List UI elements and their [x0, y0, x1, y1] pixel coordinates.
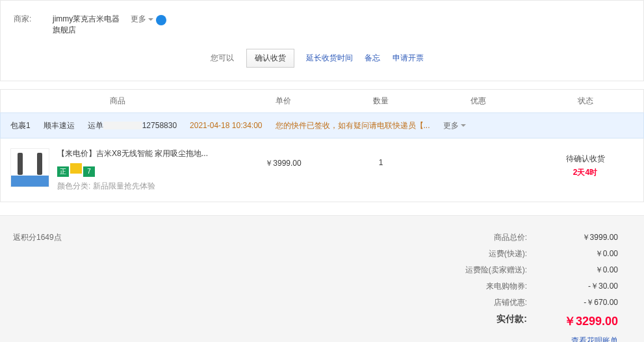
- confirm-receipt-button[interactable]: 确认收货: [246, 49, 294, 68]
- merchant-name[interactable]: jimmy莱克吉米电器旗舰店: [53, 14, 124, 36]
- item-countdown: 2天4时: [527, 167, 643, 178]
- chevron-down-icon: [148, 18, 153, 21]
- package-more-link[interactable]: 更多: [443, 120, 466, 131]
- final-label: 实付款:: [436, 313, 527, 329]
- order-summary: 返积分1649点 商品总价: ￥3999.00 运费(快递): ￥0.00 运费…: [0, 215, 644, 342]
- item-quantity: 1: [332, 148, 430, 192]
- merchant-more-link[interactable]: 更多: [131, 14, 153, 25]
- package-more-text: 更多: [443, 121, 459, 130]
- points-reward: 返积分1649点: [13, 232, 62, 243]
- summary-value: ￥0.00: [547, 248, 618, 259]
- summary-row: 来电购物券: -￥30.00: [436, 281, 618, 292]
- product-title[interactable]: 【来电价】吉米X8无线智能 家用吸尘拖地...: [57, 148, 208, 159]
- carrier-name: 顺丰速运: [44, 120, 75, 131]
- order-item-row: 【来电价】吉米X8无线智能 家用吸尘拖地... 正7 颜色分类: 新品限量抢先体…: [0, 138, 644, 202]
- col-discount: 优惠: [430, 96, 527, 107]
- item-status-text: 待确认收货: [527, 153, 643, 164]
- sku-label: 颜色分类:: [57, 181, 93, 191]
- package-label: 包裹1: [10, 120, 31, 131]
- merchant-more-text: 更多: [131, 14, 146, 23]
- tracking-redacted: [103, 122, 142, 129]
- summary-row: 运费(快递): ￥0.00: [436, 248, 618, 259]
- col-status: 状态: [527, 96, 643, 107]
- extend-time-link[interactable]: 延长收货时间: [306, 53, 353, 62]
- final-value: ￥3299.00: [547, 313, 618, 329]
- summary-row: 运费险(卖家赠送): ￥0.00: [436, 265, 618, 276]
- summary-value: -￥30.00: [547, 281, 618, 292]
- summary-value: -￥670.00: [547, 297, 618, 308]
- huabei-link[interactable]: 查看花呗账单: [571, 336, 618, 342]
- product-thumbnail[interactable]: [10, 148, 49, 187]
- sku-value: 新品限量抢先体验: [93, 181, 155, 191]
- item-discount: [430, 148, 527, 192]
- note-link[interactable]: 备忘: [365, 53, 380, 62]
- summary-row: 店铺优惠: -￥670.00: [436, 297, 618, 308]
- seven-day-badge-icon: 7: [83, 166, 95, 177]
- tracking-number: 运单12758830: [88, 120, 177, 131]
- summary-final-row: 实付款: ￥3299.00: [436, 313, 618, 329]
- summary-label: 店铺优惠:: [436, 297, 527, 308]
- summary-value: ￥3999.00: [547, 232, 618, 243]
- product-badges: 正7: [57, 163, 208, 177]
- summary-label: 来电购物券:: [436, 281, 527, 292]
- wangwang-icon[interactable]: [156, 15, 166, 25]
- authentic-badge-icon: 正: [57, 166, 69, 177]
- merchant-label: 商家:: [14, 14, 53, 25]
- summary-row: 商品总价: ￥3999.00: [436, 232, 618, 243]
- summary-label: 商品总价:: [436, 232, 527, 243]
- product-sku: 颜色分类: 新品限量抢先体验: [57, 181, 208, 192]
- tracking-label: 运单: [88, 121, 103, 130]
- delivery-timestamp: 2021-04-18 10:34:00: [190, 121, 262, 130]
- delivery-message: 您的快件已签收，如有疑问请电联快递员【...: [276, 120, 430, 131]
- col-price: 单价: [235, 96, 332, 107]
- invoice-link[interactable]: 申请开票: [393, 53, 424, 62]
- col-qty: 数量: [332, 96, 430, 107]
- tracking-suffix: 12758830: [142, 121, 177, 130]
- chevron-down-icon: [461, 124, 466, 127]
- table-header: 商品 单价 数量 优惠 状态: [0, 89, 644, 112]
- action-prompt: 您可以: [211, 53, 234, 62]
- summary-label: 运费险(卖家赠送):: [436, 265, 527, 276]
- chat-badge-icon: [70, 163, 82, 174]
- col-product: 商品: [1, 96, 235, 107]
- item-price: ￥3999.00: [235, 148, 332, 192]
- summary-value: ￥0.00: [547, 265, 618, 276]
- package-info-row: 包裹1 顺丰速运 运单12758830 2021-04-18 10:34:00 …: [0, 112, 644, 138]
- summary-label: 运费(快递):: [436, 248, 527, 259]
